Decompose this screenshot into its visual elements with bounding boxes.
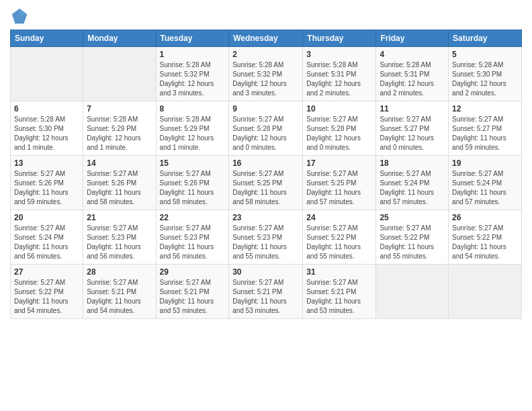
day-info: Sunrise: 5:27 AM Sunset: 5:21 PM Dayligh…: [232, 278, 299, 316]
calendar-cell: 23 Sunrise: 5:27 AM Sunset: 5:23 PM Dayl…: [229, 210, 303, 265]
sunrise-text: Sunrise: 5:27 AM: [306, 279, 357, 286]
day-info: Sunrise: 5:28 AM Sunset: 5:29 PM Dayligh…: [87, 115, 152, 152]
daylight-text: Daylight: 12 hours and 1 minute.: [87, 134, 141, 151]
sunrise-text: Sunrise: 5:27 AM: [232, 279, 283, 286]
day-number: 17: [306, 158, 372, 168]
calendar-cell: 14 Sunrise: 5:27 AM Sunset: 5:26 PM Dayl…: [83, 156, 156, 210]
sunrise-text: Sunrise: 5:28 AM: [160, 116, 211, 123]
sunset-text: Sunset: 5:30 PM: [452, 71, 502, 78]
col-tuesday: Tuesday: [156, 30, 229, 47]
day-info: Sunrise: 5:27 AM Sunset: 5:25 PM Dayligh…: [232, 169, 299, 207]
sunrise-text: Sunrise: 5:27 AM: [87, 279, 138, 286]
day-number: 4: [380, 50, 445, 59]
sunset-text: Sunset: 5:22 PM: [306, 234, 356, 241]
calendar-cell: 25 Sunrise: 5:27 AM Sunset: 5:22 PM Dayl…: [376, 210, 449, 265]
sunrise-text: Sunrise: 5:27 AM: [306, 116, 357, 123]
sunset-text: Sunset: 5:31 PM: [380, 71, 429, 78]
sunrise-text: Sunrise: 5:27 AM: [14, 224, 65, 232]
sunrise-text: Sunrise: 5:27 AM: [452, 170, 503, 177]
calendar-cell: 7 Sunrise: 5:28 AM Sunset: 5:29 PM Dayli…: [83, 101, 156, 156]
calendar-cell: 19 Sunrise: 5:27 AM Sunset: 5:24 PM Dayl…: [449, 156, 522, 210]
sunrise-text: Sunrise: 5:27 AM: [380, 224, 431, 232]
day-number: 5: [452, 50, 518, 59]
sunset-text: Sunset: 5:22 PM: [380, 234, 429, 241]
sunrise-text: Sunrise: 5:27 AM: [380, 116, 431, 123]
daylight-text: Daylight: 11 hours and 57 minutes.: [380, 189, 434, 205]
daylight-text: Daylight: 11 hours and 58 minutes.: [87, 189, 141, 205]
daylight-text: Daylight: 12 hours and 0 minutes.: [306, 134, 361, 151]
day-info: Sunrise: 5:27 AM Sunset: 5:28 PM Dayligh…: [306, 115, 372, 152]
day-number: 10: [306, 104, 372, 113]
day-info: Sunrise: 5:27 AM Sunset: 5:21 PM Dayligh…: [87, 278, 152, 316]
calendar-cell: 16 Sunrise: 5:27 AM Sunset: 5:25 PM Dayl…: [229, 156, 303, 210]
day-info: Sunrise: 5:27 AM Sunset: 5:23 PM Dayligh…: [87, 224, 152, 261]
sunrise-text: Sunrise: 5:28 AM: [306, 61, 357, 68]
day-number: 24: [306, 213, 372, 222]
daylight-text: Daylight: 12 hours and 2 minutes.: [380, 80, 434, 97]
sunset-text: Sunset: 5:27 PM: [380, 125, 429, 132]
day-info: Sunrise: 5:27 AM Sunset: 5:28 PM Dayligh…: [232, 115, 299, 152]
sunset-text: Sunset: 5:23 PM: [232, 234, 282, 241]
sunset-text: Sunset: 5:29 PM: [87, 125, 136, 132]
calendar-cell: 2 Sunrise: 5:28 AM Sunset: 5:32 PM Dayli…: [229, 47, 303, 101]
day-info: Sunrise: 5:27 AM Sunset: 5:27 PM Dayligh…: [380, 115, 445, 152]
daylight-text: Daylight: 11 hours and 58 minutes.: [232, 189, 287, 205]
calendar-cell: 26 Sunrise: 5:27 AM Sunset: 5:22 PM Dayl…: [449, 210, 522, 265]
calendar-cell: 4 Sunrise: 5:28 AM Sunset: 5:31 PM Dayli…: [376, 47, 449, 101]
day-info: Sunrise: 5:28 AM Sunset: 5:32 PM Dayligh…: [160, 60, 226, 98]
sunrise-text: Sunrise: 5:27 AM: [87, 224, 138, 232]
sunset-text: Sunset: 5:25 PM: [306, 179, 356, 187]
sunrise-text: Sunrise: 5:28 AM: [14, 116, 65, 123]
sunrise-text: Sunrise: 5:28 AM: [380, 61, 431, 68]
day-number: 12: [452, 104, 518, 113]
calendar-week-row: 20 Sunrise: 5:27 AM Sunset: 5:24 PM Dayl…: [11, 210, 522, 265]
sunset-text: Sunset: 5:24 PM: [380, 179, 429, 187]
daylight-text: Daylight: 11 hours and 56 minutes.: [87, 243, 141, 260]
sunrise-text: Sunrise: 5:28 AM: [232, 61, 283, 68]
day-info: Sunrise: 5:27 AM Sunset: 5:22 PM Dayligh…: [380, 224, 445, 261]
day-info: Sunrise: 5:28 AM Sunset: 5:32 PM Dayligh…: [232, 60, 299, 98]
sunrise-text: Sunrise: 5:28 AM: [160, 61, 211, 68]
sunset-text: Sunset: 5:25 PM: [232, 179, 282, 187]
calendar-cell: 30 Sunrise: 5:27 AM Sunset: 5:21 PM Dayl…: [229, 265, 303, 319]
daylight-text: Daylight: 11 hours and 56 minutes.: [14, 243, 69, 260]
sunset-text: Sunset: 5:21 PM: [232, 288, 282, 295]
day-info: Sunrise: 5:28 AM Sunset: 5:31 PM Dayligh…: [306, 60, 372, 98]
col-saturday: Saturday: [449, 30, 522, 47]
sunset-text: Sunset: 5:28 PM: [232, 125, 282, 132]
day-number: 2: [232, 50, 299, 59]
sunset-text: Sunset: 5:26 PM: [14, 179, 64, 187]
page-header: [10, 7, 522, 26]
calendar-cell: 24 Sunrise: 5:27 AM Sunset: 5:22 PM Dayl…: [303, 210, 376, 265]
calendar-cell: 28 Sunrise: 5:27 AM Sunset: 5:21 PM Dayl…: [83, 265, 156, 319]
sunset-text: Sunset: 5:30 PM: [14, 125, 64, 132]
daylight-text: Daylight: 11 hours and 53 minutes.: [306, 298, 361, 314]
daylight-text: Daylight: 11 hours and 54 minutes.: [14, 298, 69, 314]
calendar-cell: 20 Sunrise: 5:27 AM Sunset: 5:24 PM Dayl…: [11, 210, 83, 265]
day-info: Sunrise: 5:27 AM Sunset: 5:23 PM Dayligh…: [232, 224, 299, 261]
day-info: Sunrise: 5:27 AM Sunset: 5:26 PM Dayligh…: [14, 169, 79, 207]
calendar-cell: 9 Sunrise: 5:27 AM Sunset: 5:28 PM Dayli…: [229, 101, 303, 156]
sunrise-text: Sunrise: 5:28 AM: [452, 61, 503, 68]
daylight-text: Daylight: 11 hours and 54 minutes.: [452, 243, 506, 260]
calendar-cell: 27 Sunrise: 5:27 AM Sunset: 5:22 PM Dayl…: [11, 265, 83, 319]
col-sunday: Sunday: [11, 30, 83, 47]
calendar-week-row: 1 Sunrise: 5:28 AM Sunset: 5:32 PM Dayli…: [11, 47, 522, 101]
sunset-text: Sunset: 5:21 PM: [160, 288, 210, 295]
day-number: 30: [232, 267, 299, 277]
calendar-week-row: 6 Sunrise: 5:28 AM Sunset: 5:30 PM Dayli…: [11, 101, 522, 156]
day-info: Sunrise: 5:27 AM Sunset: 5:23 PM Dayligh…: [160, 224, 226, 261]
day-number: 29: [160, 267, 226, 277]
col-friday: Friday: [376, 30, 449, 47]
day-info: Sunrise: 5:28 AM Sunset: 5:31 PM Dayligh…: [380, 60, 445, 98]
calendar-week-row: 27 Sunrise: 5:27 AM Sunset: 5:22 PM Dayl…: [11, 265, 522, 319]
day-info: Sunrise: 5:27 AM Sunset: 5:27 PM Dayligh…: [452, 115, 518, 152]
daylight-text: Daylight: 11 hours and 55 minutes.: [380, 243, 434, 260]
calendar-cell: 12 Sunrise: 5:27 AM Sunset: 5:27 PM Dayl…: [449, 101, 522, 156]
daylight-text: Daylight: 11 hours and 55 minutes.: [306, 243, 361, 260]
calendar-cell: 29 Sunrise: 5:27 AM Sunset: 5:21 PM Dayl…: [156, 265, 229, 319]
sunset-text: Sunset: 5:21 PM: [306, 288, 356, 295]
day-info: Sunrise: 5:27 AM Sunset: 5:24 PM Dayligh…: [14, 224, 79, 261]
daylight-text: Daylight: 11 hours and 57 minutes.: [306, 189, 361, 205]
day-number: 31: [306, 267, 372, 277]
